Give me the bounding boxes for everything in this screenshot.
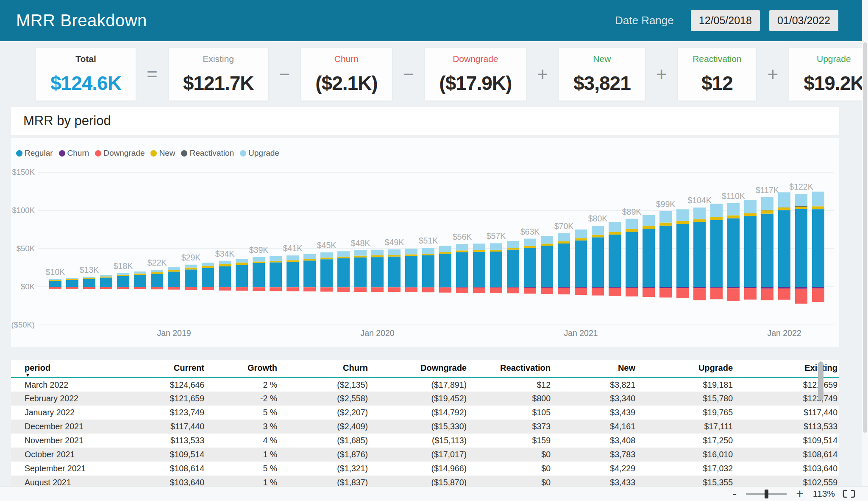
bar-oct-2020[interactable] [524,239,536,294]
bar-segment-regular[interactable] [524,248,536,287]
table-row-september-2021[interactable]: September 2021$108,6145 %($1,321)($14,96… [11,462,839,476]
bar-dec-2021[interactable] [761,197,773,300]
bar-segment-upgrade[interactable] [456,244,468,250]
bar-segment-upgrade[interactable] [134,271,146,274]
bar-segment-regular[interactable] [643,229,655,287]
bar-jun-2021[interactable] [659,211,672,298]
bar-segment-regular[interactable] [744,216,757,287]
bar-segment-new[interactable] [727,216,740,218]
bar-segment-downgrade[interactable] [643,288,655,297]
bar-segment-churn[interactable] [185,287,197,287]
bar-segment-regular[interactable] [575,241,587,287]
bar-mar-2022[interactable] [812,192,824,302]
bar-segment-new[interactable] [744,213,757,216]
bar-nov-2021[interactable] [744,200,757,300]
bar-segment-new[interactable] [507,248,519,249]
bar-segment-churn[interactable] [676,287,689,288]
legend-item-regular[interactable]: Regular [16,148,53,158]
bar-segment-downgrade[interactable] [151,287,163,289]
bar-segment-downgrade[interactable] [168,287,180,290]
column-header-current[interactable]: Current [138,360,206,378]
bar-segment-churn[interactable] [558,287,570,288]
bar-segment-regular[interactable] [609,235,621,287]
bar-segment-new[interactable] [236,263,248,265]
bar-apr-2020[interactable] [422,248,434,292]
bar-apr-2019[interactable] [219,261,231,291]
bar-segment-new[interactable] [710,217,723,220]
bar-segment-regular[interactable] [473,252,485,287]
table-row-february-2022[interactable]: February 2022$121,659-2 %($2,558)($19,45… [11,392,839,406]
date-to-button[interactable]: 01/03/2022 [769,10,838,31]
bar-segment-churn[interactable] [439,287,451,288]
bar-segment-upgrade[interactable] [609,222,621,232]
bar-segment-downgrade[interactable] [761,288,773,300]
bar-segment-downgrade[interactable] [541,288,553,294]
bar-segment-new[interactable] [592,235,604,238]
bar-segment-regular[interactable] [626,232,638,287]
bar-segment-regular[interactable] [761,214,773,287]
bar-jun-2018[interactable] [49,279,61,289]
bar-sep-2019[interactable] [303,254,316,291]
bar-segment-churn[interactable] [744,287,757,288]
bar-segment-upgrade[interactable] [388,249,401,255]
bar-segment-churn[interactable] [507,287,519,288]
bar-segment-churn[interactable] [795,287,807,289]
bar-jul-2018[interactable] [66,278,78,289]
bar-segment-downgrade[interactable] [609,288,621,296]
bar-segment-downgrade[interactable] [558,288,570,294]
bar-feb-2021[interactable] [592,226,604,296]
table-row-march-2022[interactable]: March 2022$124,6462 %($2,135)($17,891)$1… [11,378,839,392]
bar-segment-upgrade[interactable] [761,197,773,210]
date-from-button[interactable]: 12/05/2018 [691,10,760,31]
bar-segment-downgrade[interactable] [778,288,790,300]
page-scrollbar-thumb[interactable] [863,42,867,433]
bar-segment-new[interactable] [134,274,146,275]
bar-segment-downgrade[interactable] [456,288,468,293]
bar-segment-regular[interactable] [676,224,689,287]
bar-segment-regular[interactable] [795,209,807,287]
zoom-slider-handle[interactable] [765,490,768,498]
bar-segment-regular[interactable] [83,279,95,287]
bar-segment-new[interactable] [388,255,401,257]
bar-jan-2020[interactable] [371,250,384,292]
bar-segment-regular[interactable] [354,257,367,287]
table-row-august-2021[interactable]: August 2021$103,6401 %($1,837)($15,870)$… [11,476,839,486]
bar-segment-regular[interactable] [253,263,265,287]
bar-segment-churn[interactable] [320,287,333,287]
bar-dec-2020[interactable] [558,233,570,294]
bar-segment-upgrade[interactable] [558,233,570,241]
bar-segment-regular[interactable] [710,220,723,287]
bar-segment-regular[interactable] [812,209,824,287]
bar-segment-new[interactable] [609,232,621,235]
bar-segment-downgrade[interactable] [693,288,706,300]
bar-segment-churn[interactable] [100,287,112,287]
bar-segment-regular[interactable] [422,255,434,287]
fit-to-page-icon[interactable] [843,490,855,498]
bar-segment-new[interactable] [558,241,570,244]
column-header-growth[interactable]: Growth [206,360,279,378]
bar-segment-upgrade[interactable] [337,251,350,257]
bar-segment-churn[interactable] [270,287,282,287]
bar-segment-new[interactable] [405,255,417,256]
bar-segment-downgrade[interactable] [676,288,689,298]
bar-segment-upgrade[interactable] [303,254,316,259]
bar-segment-regular[interactable] [337,258,350,287]
bar-segment-downgrade[interactable] [303,287,316,291]
bar-segment-upgrade[interactable] [541,236,553,244]
bar-segment-downgrade[interactable] [473,288,485,293]
bar-segment-churn[interactable] [643,287,655,288]
bar-segment-regular[interactable] [219,266,231,287]
bar-segment-upgrade[interactable] [626,219,638,229]
bar-segment-downgrade[interactable] [422,288,434,293]
bar-segment-churn[interactable] [456,287,468,288]
bar-segment-regular[interactable] [287,262,299,287]
bar-segment-regular[interactable] [236,265,248,287]
bar-segment-churn[interactable] [134,287,146,287]
bar-segment-downgrade[interactable] [100,287,112,289]
bar-segment-downgrade[interactable] [49,287,61,289]
bar-sep-2021[interactable] [710,204,723,299]
table-scrollbar-thumb[interactable] [818,361,823,400]
bar-segment-churn[interactable] [575,287,587,288]
bar-segment-regular[interactable] [168,271,180,287]
bar-aug-2019[interactable] [287,255,299,291]
